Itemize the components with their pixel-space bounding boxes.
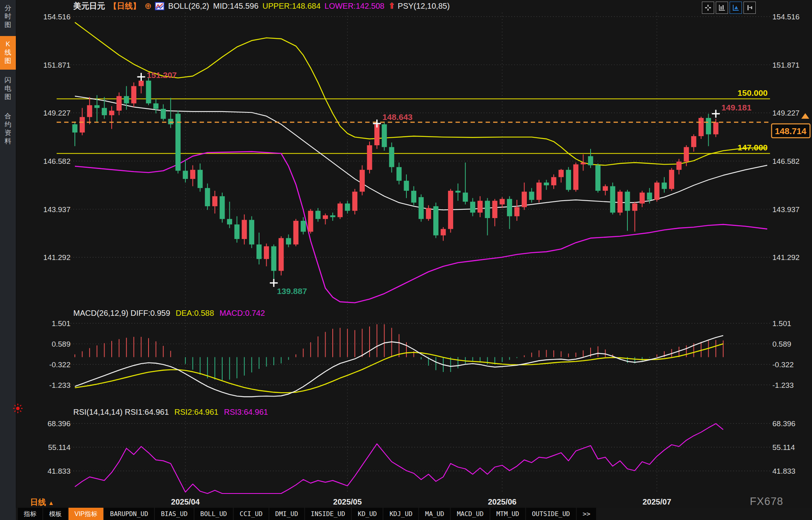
tab-mtm_ud[interactable]: MTM_UD: [490, 508, 525, 520]
period-tag[interactable]: 【日线】: [109, 1, 141, 11]
candle-body: [227, 219, 232, 224]
axis-label-left: 41.833: [48, 467, 71, 475]
candle-body: [301, 221, 306, 232]
candle-body: [625, 192, 630, 211]
tab-[interactable]: >>: [577, 508, 596, 520]
candle-body: [124, 96, 129, 103]
candle-body: [360, 170, 365, 192]
price-up-arrow-icon: [801, 113, 809, 119]
tab-boll_ud[interactable]: BOLL_UD: [194, 508, 233, 520]
candle-body: [522, 192, 527, 207]
candle-body: [72, 124, 78, 133]
candle-body: [190, 170, 195, 179]
month-label: 2025/04: [171, 497, 200, 506]
candle-body: [573, 164, 578, 190]
tab-bias_ud[interactable]: BIAS_UD: [155, 508, 193, 520]
period-selector[interactable]: 日线 ▲: [30, 497, 54, 508]
tab-ma_ud[interactable]: MA_UD: [419, 508, 450, 520]
sidebar-item-3[interactable]: 合约资料: [0, 108, 16, 150]
tab-vip[interactable]: VIP指标: [69, 508, 103, 520]
candle-body: [441, 229, 446, 235]
sidebar-item-label: 分时图: [4, 4, 12, 29]
axis-label-left: 149.227: [43, 109, 71, 117]
sidebar-item-2[interactable]: 闪电图: [0, 72, 16, 106]
axis-chart-button[interactable]: [743, 2, 756, 14]
candle-body: [205, 188, 210, 206]
candle-body: [492, 201, 497, 218]
bar-chart-button[interactable]: [716, 2, 728, 14]
circle-plus-icon[interactable]: ⊕: [145, 1, 152, 11]
tab-dmi_ud[interactable]: DMI_UD: [269, 508, 304, 520]
tab-kdj_ud[interactable]: KDJ_UD: [383, 508, 418, 520]
area-chart-button-active[interactable]: [730, 2, 742, 14]
alert-burst-icon[interactable]: [12, 403, 23, 416]
axis-label-right: 154.516: [772, 13, 800, 21]
rsi-line: [75, 423, 723, 493]
axis-label-left: 141.292: [43, 253, 71, 262]
candle-body: [463, 193, 468, 202]
candle-body: [595, 165, 600, 191]
tab-barupdn_ud[interactable]: BARUPDN_UD: [104, 508, 154, 520]
candle-body: [669, 170, 674, 189]
axis-label-right: 55.114: [772, 443, 795, 452]
layout-grid-button[interactable]: [702, 2, 714, 14]
tab-cci_ud[interactable]: CCI_UD: [234, 508, 269, 520]
month-label: 2025/06: [488, 497, 517, 506]
sidebar-item-1[interactable]: K线图: [0, 36, 16, 70]
tab-inside_ud[interactable]: INSIDE_UD: [305, 508, 351, 520]
axis-label-right: -0.322: [772, 361, 794, 369]
price-level-label: 147.000: [738, 143, 768, 152]
tab-kd_ud[interactable]: KD_UD: [352, 508, 383, 520]
psy-label: PSY(12,10,85): [398, 2, 450, 11]
candle-body: [168, 119, 173, 124]
axis-label-left: -0.322: [49, 361, 71, 369]
macd-dea-value: DEA:0.588: [176, 309, 214, 318]
candle-body: [382, 124, 387, 147]
sidebar-item-0[interactable]: 分时图: [0, 0, 16, 34]
candle-body: [551, 177, 557, 186]
candle-body: [102, 108, 107, 115]
candle-body: [352, 192, 357, 211]
axis-label-left: 68.396: [48, 419, 71, 428]
candle-body: [544, 182, 549, 185]
candle-body: [131, 86, 136, 104]
axis-label-right: 141.292: [772, 253, 800, 262]
axis-label-left: 146.582: [43, 157, 71, 165]
tab-macd_ud[interactable]: MACD_UD: [451, 508, 489, 520]
sidebar-item-label: K线图: [4, 40, 12, 65]
axis-label-right: 41.833: [772, 467, 795, 475]
boll-label: BOLL(26,2): [168, 2, 209, 11]
candle-body: [632, 203, 637, 211]
candle-body: [396, 167, 402, 181]
axis-label-right: 146.582: [772, 157, 800, 165]
candle-body: [109, 111, 114, 116]
view-toolbar: [702, 2, 756, 14]
rsi3-value: RSI3:64.961: [224, 408, 268, 417]
candle-body: [337, 203, 343, 217]
tab-outside_ud[interactable]: OUTSIDE_UD: [526, 508, 576, 520]
candle-body: [286, 238, 291, 245]
candle-body: [588, 156, 593, 165]
candle-body: [618, 192, 623, 213]
candle-body: [654, 182, 660, 200]
axis-label-right: -1.233: [772, 381, 794, 389]
candle-body: [558, 170, 564, 177]
macd-macd-value: MACD:0.742: [219, 309, 265, 318]
boll-lower-line: [75, 152, 767, 303]
month-label: 2025/05: [333, 497, 362, 506]
candle-body: [249, 220, 254, 245]
boll-mid-value: MID:145.596: [213, 2, 259, 11]
axis-label-right: 1.501: [772, 319, 791, 328]
macd-label-row: MACD(26,12,9) DIFF:0.959 DEA:0.588 MACD:…: [73, 309, 265, 318]
tab-[interactable]: 指标: [18, 508, 42, 520]
tab-[interactable]: 模板: [43, 508, 68, 520]
candle-body: [691, 136, 696, 147]
indicator-chart-icon[interactable]: [155, 2, 164, 10]
month-label: 2025/07: [642, 497, 671, 506]
axis-label-left: 154.516: [43, 13, 71, 21]
candle-body: [536, 182, 541, 200]
axis-label-right: 0.589: [772, 340, 791, 348]
rsi-label-row: RSI(14,14,14) RSI1:64.961 RSI2:64.961 RS…: [73, 408, 268, 417]
axis-label-left: 143.937: [43, 205, 71, 214]
candle-body: [264, 246, 269, 259]
